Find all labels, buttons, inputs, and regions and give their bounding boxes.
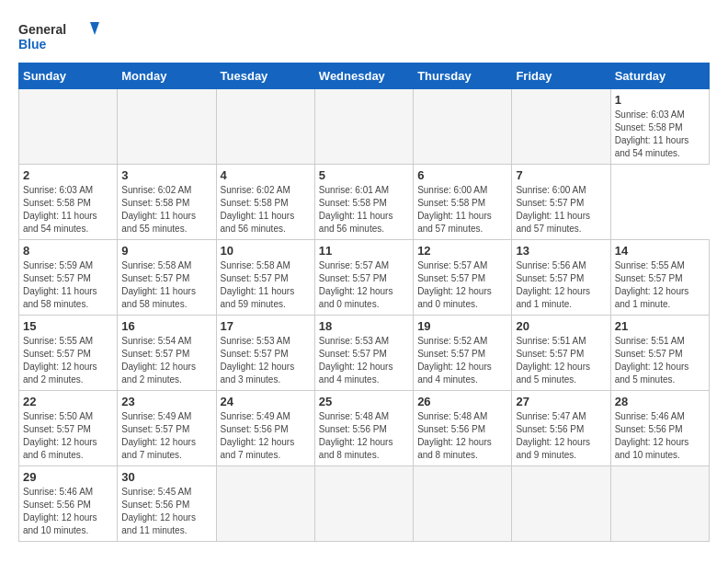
day-detail: Sunrise: 5:46 AMSunset: 5:56 PMDaylight:…	[615, 410, 705, 462]
day-number: 24	[221, 395, 311, 408]
header-day: Saturday	[610, 63, 709, 89]
day-detail: Sunrise: 5:55 AMSunset: 5:57 PMDaylight:…	[615, 259, 705, 311]
svg-marker-2	[90, 22, 99, 35]
calendar-day: 22Sunrise: 5:50 AMSunset: 5:57 PMDayligh…	[19, 391, 118, 466]
day-detail: Sunrise: 5:55 AMSunset: 5:57 PMDaylight:…	[23, 335, 113, 386]
day-detail: Sunrise: 5:53 AMSunset: 5:57 PMDaylight:…	[319, 335, 409, 386]
header-day: Friday	[512, 63, 610, 89]
calendar-day-empty	[216, 89, 314, 165]
day-detail: Sunrise: 5:58 AMSunset: 5:57 PMDaylight:…	[121, 259, 211, 311]
day-detail: Sunrise: 5:59 AMSunset: 5:57 PMDaylight:…	[23, 259, 113, 311]
header-day: Thursday	[414, 63, 512, 89]
day-detail: Sunrise: 6:00 AMSunset: 5:58 PMDaylight:…	[417, 184, 507, 236]
calendar-day: 16Sunrise: 5:54 AMSunset: 5:57 PMDayligh…	[118, 316, 216, 391]
calendar-day-empty	[216, 466, 314, 542]
calendar-table: SundayMondayTuesdayWednesdayThursdayFrid…	[18, 63, 710, 542]
calendar-day-empty	[414, 89, 512, 165]
header-row: SundayMondayTuesdayWednesdayThursdayFrid…	[19, 63, 710, 89]
calendar-week-row: 15Sunrise: 5:55 AMSunset: 5:57 PMDayligh…	[19, 316, 710, 391]
day-detail: Sunrise: 5:50 AMSunset: 5:57 PMDaylight:…	[23, 410, 113, 462]
day-detail: Sunrise: 6:02 AMSunset: 5:58 PMDaylight:…	[221, 184, 311, 236]
calendar-week-row: 8Sunrise: 5:59 AMSunset: 5:57 PMDaylight…	[19, 240, 710, 316]
header-day: Monday	[118, 63, 216, 89]
calendar-day: 24Sunrise: 5:49 AMSunset: 5:56 PMDayligh…	[216, 391, 314, 466]
day-number: 11	[319, 244, 409, 258]
calendar-day: 3Sunrise: 6:02 AMSunset: 5:58 PMDaylight…	[118, 165, 216, 240]
calendar-day: 4Sunrise: 6:02 AMSunset: 5:58 PMDaylight…	[216, 165, 314, 240]
day-detail: Sunrise: 5:51 AMSunset: 5:57 PMDaylight:…	[516, 335, 606, 386]
calendar-day: 30Sunrise: 5:45 AMSunset: 5:56 PMDayligh…	[118, 466, 216, 542]
day-number: 9	[121, 244, 211, 258]
day-number: 20	[516, 319, 606, 333]
day-number: 30	[121, 470, 211, 484]
calendar-body: 1Sunrise: 6:03 AMSunset: 5:58 PMDaylight…	[19, 89, 710, 542]
day-detail: Sunrise: 5:57 AMSunset: 5:57 PMDaylight:…	[417, 259, 507, 311]
day-detail: Sunrise: 5:46 AMSunset: 5:56 PMDaylight:…	[23, 486, 113, 537]
day-detail: Sunrise: 6:02 AMSunset: 5:58 PMDaylight:…	[121, 184, 211, 236]
calendar-day: 12Sunrise: 5:57 AMSunset: 5:57 PMDayligh…	[414, 240, 512, 316]
day-number: 8	[23, 244, 113, 258]
calendar-week-row: 1Sunrise: 6:03 AMSunset: 5:58 PMDaylight…	[19, 89, 710, 165]
day-detail: Sunrise: 6:03 AMSunset: 5:58 PMDaylight:…	[23, 184, 113, 236]
day-detail: Sunrise: 5:52 AMSunset: 5:57 PMDaylight:…	[417, 335, 507, 386]
header-day: Sunday	[19, 63, 118, 89]
calendar-day-empty	[610, 466, 709, 542]
calendar-day: 10Sunrise: 5:58 AMSunset: 5:57 PMDayligh…	[216, 240, 314, 316]
calendar-day: 6Sunrise: 6:00 AMSunset: 5:58 PMDaylight…	[414, 165, 512, 240]
day-detail: Sunrise: 5:56 AMSunset: 5:57 PMDaylight:…	[516, 259, 606, 311]
day-detail: Sunrise: 5:57 AMSunset: 5:57 PMDaylight:…	[319, 259, 409, 311]
calendar-week-row: 22Sunrise: 5:50 AMSunset: 5:57 PMDayligh…	[19, 391, 710, 466]
calendar-day-empty	[19, 89, 118, 165]
calendar-day: 1Sunrise: 6:03 AMSunset: 5:58 PMDaylight…	[610, 89, 709, 165]
day-detail: Sunrise: 5:45 AMSunset: 5:56 PMDaylight:…	[121, 486, 211, 537]
calendar-day-empty	[512, 466, 610, 542]
day-detail: Sunrise: 6:00 AMSunset: 5:57 PMDaylight:…	[516, 184, 606, 236]
day-number: 23	[121, 395, 211, 408]
calendar-day: 26Sunrise: 5:48 AMSunset: 5:56 PMDayligh…	[414, 391, 512, 466]
day-number: 14	[615, 244, 705, 258]
day-number: 10	[221, 244, 311, 258]
logo: General Blue	[18, 18, 101, 53]
calendar-day: 17Sunrise: 5:53 AMSunset: 5:57 PMDayligh…	[216, 316, 314, 391]
calendar-day-empty	[512, 89, 610, 165]
calendar-day: 23Sunrise: 5:49 AMSunset: 5:57 PMDayligh…	[118, 391, 216, 466]
calendar-day: 5Sunrise: 6:01 AMSunset: 5:58 PMDaylight…	[314, 165, 413, 240]
day-detail: Sunrise: 6:03 AMSunset: 5:58 PMDaylight:…	[615, 109, 705, 160]
day-detail: Sunrise: 5:48 AMSunset: 5:56 PMDaylight:…	[319, 410, 409, 462]
calendar-day-empty	[314, 89, 413, 165]
calendar-day: 19Sunrise: 5:52 AMSunset: 5:57 PMDayligh…	[414, 316, 512, 391]
day-detail: Sunrise: 5:51 AMSunset: 5:57 PMDaylight:…	[615, 335, 705, 386]
day-number: 3	[121, 168, 211, 182]
day-number: 5	[319, 168, 409, 182]
calendar-day: 18Sunrise: 5:53 AMSunset: 5:57 PMDayligh…	[314, 316, 413, 391]
calendar-day: 29Sunrise: 5:46 AMSunset: 5:56 PMDayligh…	[19, 466, 118, 542]
calendar-week-row: 2Sunrise: 6:03 AMSunset: 5:58 PMDaylight…	[19, 165, 710, 240]
day-number: 28	[615, 395, 705, 408]
day-number: 13	[516, 244, 606, 258]
calendar-day: 27Sunrise: 5:47 AMSunset: 5:56 PMDayligh…	[512, 391, 610, 466]
calendar-day-empty	[118, 89, 216, 165]
svg-text:General: General	[18, 22, 66, 37]
calendar-day-empty	[414, 466, 512, 542]
day-number: 15	[23, 319, 113, 333]
day-number: 22	[23, 395, 113, 408]
day-number: 18	[319, 319, 409, 333]
day-detail: Sunrise: 6:01 AMSunset: 5:58 PMDaylight:…	[319, 184, 409, 236]
calendar-week-row: 29Sunrise: 5:46 AMSunset: 5:56 PMDayligh…	[19, 466, 710, 542]
page-header: General Blue	[18, 18, 710, 53]
day-number: 12	[417, 244, 507, 258]
calendar-day: 7Sunrise: 6:00 AMSunset: 5:57 PMDaylight…	[512, 165, 610, 240]
day-number: 19	[417, 319, 507, 333]
day-number: 4	[221, 168, 311, 182]
logo-svg: General Blue	[18, 18, 101, 53]
calendar-day: 28Sunrise: 5:46 AMSunset: 5:56 PMDayligh…	[610, 391, 709, 466]
day-number: 27	[516, 395, 606, 408]
calendar-day: 20Sunrise: 5:51 AMSunset: 5:57 PMDayligh…	[512, 316, 610, 391]
calendar-day: 14Sunrise: 5:55 AMSunset: 5:57 PMDayligh…	[610, 240, 709, 316]
day-detail: Sunrise: 5:48 AMSunset: 5:56 PMDaylight:…	[417, 410, 507, 462]
day-number: 21	[615, 319, 705, 333]
calendar-day: 21Sunrise: 5:51 AMSunset: 5:57 PMDayligh…	[610, 316, 709, 391]
day-number: 17	[221, 319, 311, 333]
calendar-day-empty	[314, 466, 413, 542]
calendar-day: 15Sunrise: 5:55 AMSunset: 5:57 PMDayligh…	[19, 316, 118, 391]
